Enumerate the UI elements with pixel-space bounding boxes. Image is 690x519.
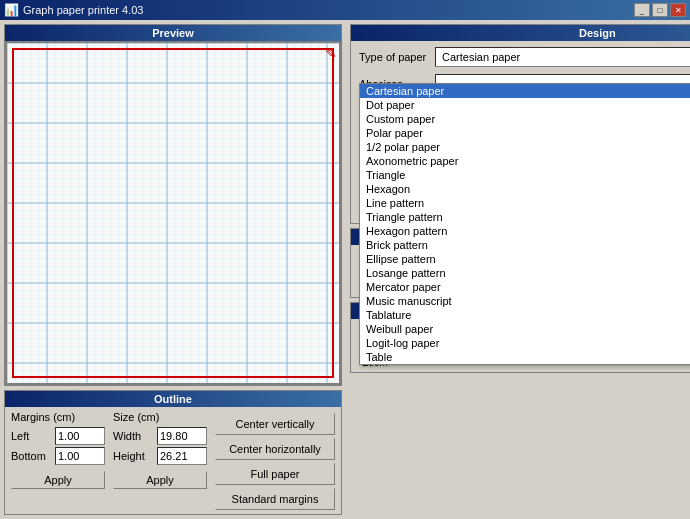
- type-of-paper-row: Type of paper Cartesian paper: [359, 47, 690, 67]
- dropdown-item-half-polar[interactable]: 1/2 polar paper: [360, 140, 690, 154]
- left-label: Left: [11, 430, 51, 442]
- title-bar: 📊 Graph paper printer 4.03 _ □ ✕: [0, 0, 690, 20]
- dropdown-item-polar[interactable]: Polar paper: [360, 126, 690, 140]
- close-button[interactable]: ✕: [670, 3, 686, 17]
- width-row: Width: [113, 427, 207, 445]
- dropdown-item-cartesian[interactable]: Cartesian paper: [360, 84, 690, 98]
- dropdown-item-mercator[interactable]: Mercator paper: [360, 280, 690, 294]
- type-dropdown-overlay[interactable]: Cartesian paper Dot paper Custom paper P…: [359, 83, 690, 365]
- design-body: Type of paper Cartesian paper Cartesian …: [351, 41, 690, 223]
- outline-body: Margins (cm) Left Bottom Apply Size (cm): [5, 407, 341, 514]
- preview-header: Preview: [5, 25, 341, 41]
- bottom-margin-input[interactable]: [55, 447, 105, 465]
- full-paper-button[interactable]: Full paper: [215, 463, 335, 485]
- type-of-paper-label: Type of paper: [359, 51, 429, 63]
- outline-header: Outline: [5, 391, 341, 407]
- margins-apply-button[interactable]: Apply: [11, 471, 105, 489]
- dropdown-item-logit[interactable]: Logit-log paper: [360, 336, 690, 350]
- design-section: Design Type of paper Cartesian paper Car…: [350, 24, 690, 224]
- dropdown-item-custom[interactable]: Custom paper: [360, 112, 690, 126]
- dropdown-item-losange-pattern[interactable]: Losange pattern: [360, 266, 690, 280]
- center-vertically-button[interactable]: Center vertically: [215, 413, 335, 435]
- dropdown-item-brick-pattern[interactable]: Brick pattern: [360, 238, 690, 252]
- edit-icon[interactable]: ✎: [325, 45, 337, 61]
- width-input[interactable]: [157, 427, 207, 445]
- left-margin-row: Left: [11, 427, 105, 445]
- dropdown-item-hexagon[interactable]: Hexagon: [360, 182, 690, 196]
- bottom-margin-row: Bottom: [11, 447, 105, 465]
- app-title: Graph paper printer 4.03: [23, 4, 143, 16]
- dropdown-item-triangle-pattern[interactable]: Triangle pattern: [360, 210, 690, 224]
- margins-label: Margins (cm): [11, 411, 105, 423]
- design-header: Design: [351, 25, 690, 41]
- title-bar-controls: _ □ ✕: [634, 3, 686, 17]
- dropdown-item-table[interactable]: Table: [360, 350, 690, 364]
- outline-section: Outline Margins (cm) Left Bottom Apply: [4, 390, 342, 515]
- size-apply-button[interactable]: Apply: [113, 471, 207, 489]
- left-panel: Preview ✎ Outline Margins (cm) Left Bott…: [0, 20, 346, 519]
- size-group: Size (cm) Width Height Apply: [113, 411, 207, 489]
- preview-area: ✎: [5, 41, 341, 385]
- preview-section: Preview ✎: [4, 24, 342, 386]
- right-panel: Design Type of paper Cartesian paper Car…: [346, 20, 690, 519]
- app-icon: 📊: [4, 3, 19, 17]
- grid-canvas: [7, 43, 339, 383]
- dropdown-item-weibull[interactable]: Weibull paper: [360, 322, 690, 336]
- height-label: Height: [113, 450, 153, 462]
- height-row: Height: [113, 447, 207, 465]
- outline-buttons: Center vertically Center horizontally Fu…: [215, 411, 335, 510]
- main-container: Preview ✎ Outline Margins (cm) Left Bott…: [0, 20, 690, 519]
- maximize-button[interactable]: □: [652, 3, 668, 17]
- size-label: Size (cm): [113, 411, 207, 423]
- dropdown-item-ellipse-pattern[interactable]: Ellipse pattern: [360, 252, 690, 266]
- title-bar-left: 📊 Graph paper printer 4.03: [4, 3, 143, 17]
- height-input[interactable]: [157, 447, 207, 465]
- dropdown-item-triangle[interactable]: Triangle: [360, 168, 690, 182]
- dropdown-item-music[interactable]: Music manuscript: [360, 294, 690, 308]
- minimize-button[interactable]: _: [634, 3, 650, 17]
- dropdown-item-axonometric[interactable]: Axonometric paper: [360, 154, 690, 168]
- type-of-paper-select[interactable]: Cartesian paper: [435, 47, 690, 67]
- center-horizontally-button[interactable]: Center horizontally: [215, 438, 335, 460]
- margins-group: Margins (cm) Left Bottom Apply: [11, 411, 105, 489]
- width-label: Width: [113, 430, 153, 442]
- dropdown-item-tablature[interactable]: Tablature: [360, 308, 690, 322]
- dropdown-item-dot[interactable]: Dot paper: [360, 98, 690, 112]
- bottom-label: Bottom: [11, 450, 51, 462]
- standard-margins-button[interactable]: Standard margins: [215, 488, 335, 510]
- left-margin-input[interactable]: [55, 427, 105, 445]
- dropdown-item-line-pattern[interactable]: Line pattern: [360, 196, 690, 210]
- dropdown-item-hexagon-pattern[interactable]: Hexagon pattern: [360, 224, 690, 238]
